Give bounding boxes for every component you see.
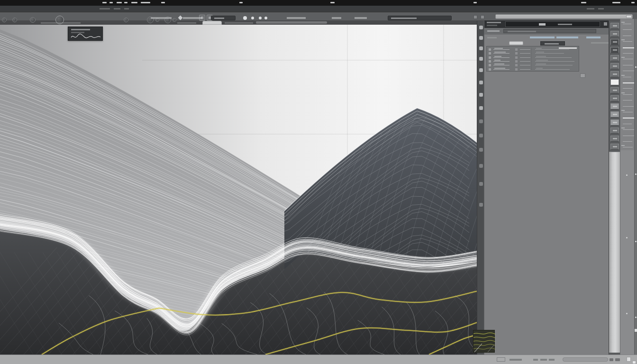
param-slider-line[interactable]	[623, 136, 634, 136]
toolbar-round-button[interactable]	[30, 17, 36, 23]
strip-tool-icon[interactable]	[479, 57, 483, 61]
param-row[interactable]	[620, 133, 635, 138]
status-button[interactable]	[615, 358, 620, 361]
table-row[interactable]	[488, 51, 579, 55]
viewport-canvas[interactable]	[0, 25, 478, 355]
param-row[interactable]	[620, 45, 635, 50]
toolbar-glyph-icon[interactable]	[251, 17, 254, 19]
param-slider-line[interactable]	[623, 88, 632, 89]
param-row[interactable]	[620, 138, 635, 144]
param-slider-line[interactable]	[623, 65, 633, 65]
rail-button[interactable]	[610, 119, 619, 126]
param-row[interactable]	[620, 103, 635, 109]
cell-field[interactable]	[493, 57, 510, 58]
param-slider-line[interactable]	[623, 77, 631, 77]
menu-item-smudge[interactable]	[131, 2, 137, 3]
param-slider-line[interactable]	[623, 106, 634, 107]
param-slider-line[interactable]	[623, 141, 632, 142]
param-row[interactable]	[620, 27, 635, 32]
param-slider-line[interactable]	[623, 53, 633, 54]
param-slider-line[interactable]	[623, 36, 631, 36]
cell-field[interactable]	[520, 57, 530, 58]
rail-button[interactable]	[610, 63, 619, 69]
panel-mini-icon[interactable]	[473, 15, 477, 19]
param-slider-line[interactable]	[623, 41, 632, 42]
toolbar-input-field[interactable]	[388, 16, 452, 20]
strip-tool-icon[interactable]	[479, 164, 483, 168]
panel-corner-button[interactable]	[580, 73, 585, 78]
param-row[interactable]	[620, 144, 635, 150]
view-tab[interactable]	[202, 21, 222, 25]
toolbar-glyph-icon[interactable]	[264, 17, 267, 19]
rail-button[interactable]	[610, 95, 619, 101]
horizontal-scrollbar[interactable]	[495, 14, 633, 19]
param-slider-line[interactable]	[623, 94, 632, 95]
cell-field[interactable]	[535, 65, 573, 65]
param-slider-line[interactable]	[623, 100, 632, 100]
status-inset-field[interactable]	[563, 357, 608, 362]
param-slider-line[interactable]	[623, 147, 633, 147]
cell-field[interactable]	[520, 69, 530, 70]
param-slider-line[interactable]	[623, 118, 634, 118]
cell-field[interactable]	[535, 61, 574, 62]
param-slider-line[interactable]	[623, 82, 634, 83]
cell-field[interactable]	[535, 69, 570, 70]
strip-tool-icon[interactable]	[479, 119, 483, 123]
strip-tool-icon[interactable]	[479, 68, 483, 72]
toolbar-round-button[interactable]	[124, 18, 128, 22]
param-slider-line[interactable]	[623, 24, 631, 24]
status-outline-box[interactable]	[497, 357, 505, 362]
hyperlink-smudge[interactable]	[586, 36, 601, 38]
cell-field[interactable]	[493, 61, 510, 62]
header-corner-icon[interactable]	[604, 22, 607, 26]
menu-item-smudge[interactable]	[330, 2, 335, 3]
cell-field[interactable]	[535, 53, 564, 54]
param-slider-line[interactable]	[623, 129, 634, 130]
menu-bar[interactable]	[0, 6, 637, 12]
param-row[interactable]	[620, 127, 635, 132]
param-row[interactable]	[620, 97, 635, 103]
strip-tool-icon[interactable]	[479, 203, 483, 207]
toolbar-round-button[interactable]	[173, 18, 176, 22]
strip-tool-icon[interactable]	[479, 134, 483, 137]
menu-item-smudge[interactable]	[598, 8, 604, 9]
param-row[interactable]	[620, 85, 635, 91]
param-row[interactable]	[620, 115, 635, 120]
param-row[interactable]	[620, 91, 635, 97]
toolbar-round-button[interactable]	[12, 18, 17, 22]
row-input-field[interactable]	[503, 29, 596, 33]
param-row[interactable]	[620, 109, 635, 115]
menu-item-smudge[interactable]	[100, 8, 110, 9]
param-slider-line[interactable]	[623, 71, 634, 71]
hyperlink-smudge[interactable]	[530, 36, 555, 38]
param-slider-line[interactable]	[623, 29, 632, 30]
param-row[interactable]	[620, 50, 635, 56]
rail-button[interactable]	[610, 127, 619, 134]
menu-item-smudge[interactable]	[141, 2, 150, 3]
strip-tool-icon[interactable]	[479, 81, 483, 84]
empty-rollout-track[interactable]	[609, 152, 620, 353]
menu-item-smudge[interactable]	[124, 2, 127, 3]
panel-mini-icon[interactable]	[481, 15, 484, 19]
rail-button[interactable]	[610, 47, 619, 53]
table-row[interactable]	[488, 59, 579, 63]
strip-tool-icon[interactable]	[479, 26, 483, 29]
param-row[interactable]	[620, 33, 635, 38]
table-row[interactable]	[488, 47, 579, 51]
table-row[interactable]	[488, 55, 579, 59]
param-row[interactable]	[620, 62, 635, 68]
rail-button[interactable]	[610, 103, 619, 109]
strip-tool-icon[interactable]	[479, 46, 483, 50]
toolbar-glyph-icon[interactable]	[259, 17, 262, 19]
table-row[interactable]	[488, 67, 579, 71]
menu-item-smudge[interactable]	[631, 2, 635, 3]
cell-field[interactable]	[535, 49, 569, 50]
rail-button[interactable]	[610, 144, 619, 150]
param-slider-line[interactable]	[623, 124, 632, 124]
strip-tool-icon[interactable]	[479, 36, 483, 40]
menu-item-smudge[interactable]	[587, 8, 594, 9]
rail-button[interactable]	[610, 79, 619, 85]
rail-button[interactable]	[610, 39, 619, 45]
scrollbar-handle[interactable]	[626, 15, 632, 18]
hyperlink-smudge[interactable]	[556, 36, 578, 38]
